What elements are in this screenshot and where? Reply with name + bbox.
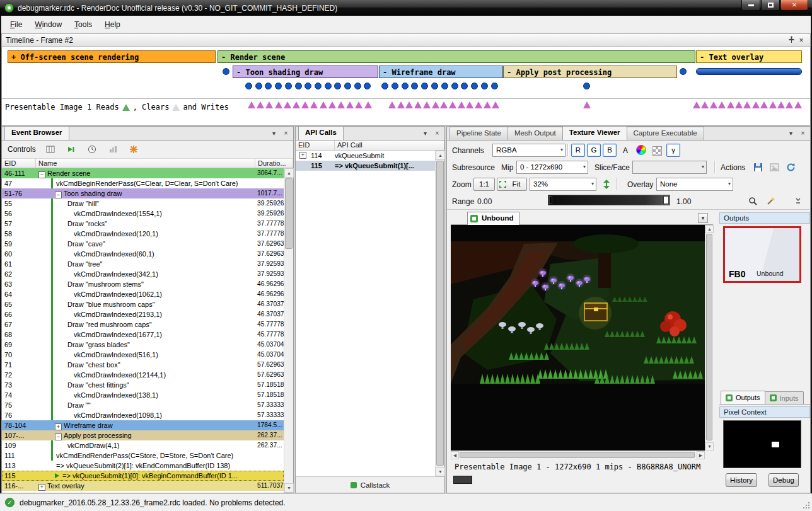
resize-grip[interactable] (802, 501, 810, 509)
event-dot[interactable] (354, 83, 361, 89)
event-browser-scrollbar[interactable]: ▲ ▼ (284, 168, 293, 493)
event-dot[interactable] (421, 83, 428, 89)
tab-outputs[interactable]: Outputs (721, 391, 765, 404)
title-bar[interactable]: debugmarker.rdc - RenderDoc Unofficial r… (0, 0, 812, 16)
event-dot[interactable] (334, 83, 341, 89)
event-dot[interactable] (295, 83, 302, 89)
tab-api-calls[interactable]: API Calls (298, 126, 344, 140)
api-row[interactable]: 115=> vkQueueSubmit(1)[... (296, 161, 435, 171)
event-row[interactable]: 56vkCmdDrawIndexed(1554,1)39.25926 (2, 209, 284, 219)
maximize-button[interactable] (761, 0, 780, 11)
magnifier-icon[interactable] (746, 194, 760, 208)
event-dot[interactable] (265, 83, 272, 89)
event-dot[interactable] (431, 83, 438, 89)
close-button[interactable]: × (780, 0, 808, 11)
fb0-thumbnail[interactable]: FB0 Unbound (723, 226, 801, 283)
panel-menu-icon[interactable]: ▾ (786, 129, 796, 139)
api-calls-scrollbar[interactable]: ▲ ▼ (435, 151, 444, 476)
row-expander[interactable]: − (38, 171, 45, 178)
tab-mesh-output[interactable]: Mesh Output (508, 127, 563, 140)
color-wheel-icon[interactable] (634, 143, 648, 157)
event-dot[interactable] (255, 83, 262, 89)
timeline-canvas[interactable]: Presentable Image 1 Reads , Clears and W… (1, 47, 811, 126)
event-row[interactable]: 51-76−Toon shading draw1017.7... (2, 188, 284, 198)
texture-display[interactable] (451, 225, 705, 451)
event-dot[interactable] (441, 83, 448, 89)
api-row[interactable]: +114vkQueueSubmit (296, 151, 435, 161)
scrollbar-thumb[interactable] (285, 178, 293, 249)
event-row[interactable]: 107-...−Apply post processing262.37... (2, 430, 284, 440)
event-row[interactable]: 61Draw "tree"37.92593 (2, 259, 284, 269)
pixel-context-view[interactable] (723, 420, 801, 468)
row-expander[interactable]: − (55, 433, 62, 440)
event-row[interactable]: 47vkCmdBeginRenderPass(C=Clear, D=Clear,… (2, 178, 284, 188)
event-row[interactable]: 62vkCmdDrawIndexed(342,1)37.92593 (2, 269, 284, 279)
event-dot[interactable] (304, 83, 311, 89)
event-dot[interactable] (344, 83, 351, 89)
event-dot[interactable] (451, 83, 458, 89)
range-slider[interactable] (548, 195, 670, 205)
gamma-button[interactable]: γ (666, 144, 680, 157)
panel-close-icon[interactable]: × (281, 129, 291, 139)
event-row[interactable]: 64vkCmdDrawIndexed(1062,1)46.96296 (2, 289, 284, 299)
event-bar[interactable] (696, 68, 802, 75)
event-row[interactable]: 66vkCmdDrawIndexed(2193,1)46.37037 (2, 309, 284, 319)
column-name[interactable]: Name (36, 159, 255, 168)
event-dot[interactable] (223, 68, 229, 75)
scrollbar-thumb[interactable] (436, 161, 444, 466)
save-icon[interactable] (751, 160, 765, 174)
tab-texture-unbound[interactable]: Unbound (467, 212, 519, 225)
event-row[interactable]: 72vkCmdDrawIndexed(12144,1)57.62963 (2, 370, 284, 380)
menu-item-tools[interactable]: Tools (68, 17, 98, 32)
scroll-up-icon[interactable]: ▲ (705, 225, 714, 233)
row-expander[interactable]: + (299, 152, 306, 159)
history-button[interactable]: History (726, 473, 757, 487)
flip-y-icon[interactable] (600, 177, 613, 191)
event-row[interactable]: 109vkCmdDraw(4,1)262.37... (2, 440, 284, 451)
event-row[interactable]: 58vkCmdDrawIndexed(120,1)37.77778 (2, 229, 284, 239)
range-white-handle[interactable] (663, 196, 669, 204)
event-dot[interactable] (325, 83, 332, 89)
blue-channel-button[interactable]: B (603, 144, 617, 157)
texture-vscrollbar[interactable]: ▲ ▼ (705, 225, 713, 451)
scrollbar-thumb[interactable] (460, 452, 695, 458)
event-dot[interactable] (461, 83, 468, 89)
event-dot[interactable] (392, 83, 398, 89)
event-row[interactable]: 76vkCmdDrawIndexed(1098,1)57.33333 (2, 410, 284, 420)
panel-close-icon[interactable]: × (432, 129, 442, 139)
event-dot[interactable] (491, 83, 498, 89)
tab-capture-executable[interactable]: Capture Executable (627, 127, 704, 140)
menu-item-file[interactable]: File (4, 17, 28, 32)
stats-icon[interactable] (107, 143, 119, 156)
tab-texture-viewer[interactable]: Texture Viewer (562, 126, 627, 140)
event-row[interactable]: 69Draw "grass blades"45.03704 (2, 340, 284, 350)
mip-select[interactable]: 0 - 1272x690 ▾ (516, 161, 588, 174)
range-black-handle[interactable] (549, 196, 552, 204)
tab-event-browser[interactable]: Event Browser (4, 126, 69, 140)
event-row[interactable]: 70vkCmdDrawIndexed(516,1)45.03704 (2, 350, 284, 360)
zoom-fit-button[interactable]: Fit (497, 178, 527, 191)
scrollbar-thumb[interactable] (706, 234, 712, 440)
export-icon[interactable] (767, 160, 781, 174)
slice-face-select[interactable]: ▾ (632, 161, 707, 174)
event-row[interactable]: 60vkCmdDrawIndexed(60,1)37.62963 (2, 249, 284, 259)
green-channel-button[interactable]: G (587, 144, 601, 157)
panel-close-icon[interactable]: × (798, 129, 808, 139)
column-duration[interactable]: Duratio... (255, 159, 293, 168)
overlay-select[interactable]: None ▾ (656, 178, 733, 191)
zoom-level-combo[interactable]: 32% ▾ (530, 178, 596, 191)
row-expander[interactable]: + (38, 484, 45, 491)
event-row[interactable]: 65Draw "blue mushroom caps"46.37037 (2, 299, 284, 309)
zoom-1to1-button[interactable]: 1:1 (473, 178, 495, 191)
debug-button[interactable]: Debug (768, 473, 799, 487)
channels-select[interactable]: RGBA ▾ (492, 144, 566, 157)
checkerboard-icon[interactable] (650, 144, 664, 158)
wand-icon[interactable] (763, 194, 777, 208)
event-row[interactable]: 57Draw "rocks"37.77778 (2, 219, 284, 229)
column-api-call[interactable]: API Call (335, 141, 444, 150)
texture-list-dropdown-icon[interactable]: ▾ (698, 213, 708, 223)
row-expander[interactable]: + (55, 423, 62, 430)
event-dot[interactable] (481, 83, 488, 89)
timeline-block[interactable]: - Render scene (218, 50, 695, 63)
event-row[interactable]: 71Draw "chest box"57.62963 (2, 360, 284, 370)
